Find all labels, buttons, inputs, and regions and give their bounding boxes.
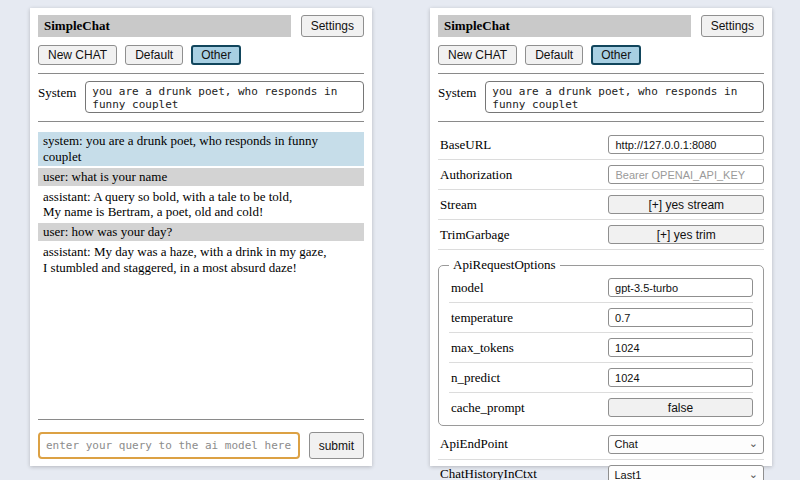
trimgarbage-label: TrimGarbage: [440, 227, 510, 243]
api-request-options-legend: ApiRequestOptions: [449, 257, 560, 273]
authorization-label: Authorization: [440, 167, 512, 183]
setting-row-chat-history: ChatHistoryInCtxt Last1 ⌄: [438, 460, 764, 480]
setting-row-temperature: temperature: [449, 303, 753, 333]
chat-history-select-wrap: Last1 ⌄: [608, 465, 764, 480]
baseurl-label: BaseURL: [440, 137, 491, 153]
chat-message-list: system: you are a drunk poet, who respon…: [38, 132, 364, 411]
tab-other[interactable]: Other: [591, 45, 641, 65]
divider: [38, 121, 364, 122]
divider: [38, 419, 364, 420]
chat-message-user: user: how was your day?: [38, 223, 364, 241]
system-prompt-textarea[interactable]: you are a drunk poet, who responds in fu…: [85, 81, 364, 113]
settings-button[interactable]: Settings: [301, 15, 364, 37]
max-tokens-label: max_tokens: [451, 340, 514, 356]
chat-view-panel: SimpleChat Settings New CHAT Default Oth…: [30, 8, 372, 466]
model-label: model: [451, 280, 484, 296]
system-prompt-row: System you are a drunk poet, who respond…: [438, 81, 764, 113]
baseurl-input[interactable]: [608, 135, 764, 154]
divider: [438, 73, 764, 74]
setting-row-model: model: [449, 273, 753, 303]
tab-default[interactable]: Default: [125, 45, 183, 65]
query-bar: submit: [38, 432, 364, 459]
header: SimpleChat Settings: [38, 15, 364, 37]
system-prompt-label: System: [438, 81, 476, 101]
temperature-input[interactable]: [608, 308, 753, 327]
max-tokens-input[interactable]: [608, 338, 753, 357]
stream-toggle-button[interactable]: [+] yes stream: [608, 195, 764, 214]
chat-message-system: system: you are a drunk poet, who respon…: [38, 132, 364, 166]
setting-row-cache-prompt: cache_prompt false: [449, 393, 753, 422]
chat-message-assistant: assistant: A query so bold, with a tale …: [38, 188, 364, 222]
header: SimpleChat Settings: [438, 15, 764, 37]
chat-message-user: user: what is your name: [38, 168, 364, 186]
settings-view-panel: SimpleChat Settings New CHAT Default Oth…: [430, 8, 772, 466]
chat-history-select[interactable]: Last1: [608, 465, 764, 480]
submit-button[interactable]: submit: [309, 432, 364, 459]
api-request-options-fieldset: ApiRequestOptions model temperature max_…: [438, 257, 764, 426]
setting-row-max-tokens: max_tokens: [449, 333, 753, 363]
setting-row-trimgarbage: TrimGarbage [+] yes trim: [438, 220, 764, 250]
tab-default[interactable]: Default: [525, 45, 583, 65]
api-endpoint-label: ApiEndPoint: [440, 436, 508, 452]
n-predict-input[interactable]: [608, 368, 753, 387]
app-title: SimpleChat: [438, 15, 691, 37]
stream-label: Stream: [440, 197, 477, 213]
chat-message-assistant: assistant: My day was a haze, with a dri…: [38, 243, 364, 277]
cache-prompt-label: cache_prompt: [451, 400, 525, 416]
cache-prompt-toggle-button[interactable]: false: [608, 398, 753, 417]
system-prompt-row: System you are a drunk poet, who respond…: [38, 81, 364, 113]
settings-button[interactable]: Settings: [701, 15, 764, 37]
setting-row-stream: Stream [+] yes stream: [438, 190, 764, 220]
setting-row-api-endpoint: ApiEndPoint Chat ⌄: [438, 429, 764, 460]
session-toolbar: New CHAT Default Other: [438, 45, 764, 65]
new-chat-button[interactable]: New CHAT: [38, 45, 117, 65]
authorization-input[interactable]: [608, 165, 764, 184]
api-endpoint-select-wrap: Chat ⌄: [608, 434, 764, 454]
divider: [438, 121, 764, 122]
chat-history-label: ChatHistoryInCtxt: [440, 466, 537, 480]
query-input[interactable]: [38, 432, 300, 459]
system-prompt-textarea[interactable]: you are a drunk poet, who responds in fu…: [485, 81, 764, 113]
app-title: SimpleChat: [38, 15, 291, 37]
new-chat-button[interactable]: New CHAT: [438, 45, 517, 65]
temperature-label: temperature: [451, 310, 513, 326]
n-predict-label: n_predict: [451, 370, 500, 386]
setting-row-n-predict: n_predict: [449, 363, 753, 393]
system-prompt-label: System: [38, 81, 76, 101]
trimgarbage-toggle-button[interactable]: [+] yes trim: [608, 225, 764, 244]
setting-row-authorization: Authorization: [438, 160, 764, 190]
settings-list: BaseURL Authorization Stream [+] yes str…: [438, 130, 764, 480]
session-toolbar: New CHAT Default Other: [38, 45, 364, 65]
setting-row-baseurl: BaseURL: [438, 130, 764, 160]
divider: [38, 73, 364, 74]
model-input[interactable]: [608, 278, 753, 297]
api-endpoint-select[interactable]: Chat: [608, 435, 764, 454]
tab-other[interactable]: Other: [191, 45, 241, 65]
